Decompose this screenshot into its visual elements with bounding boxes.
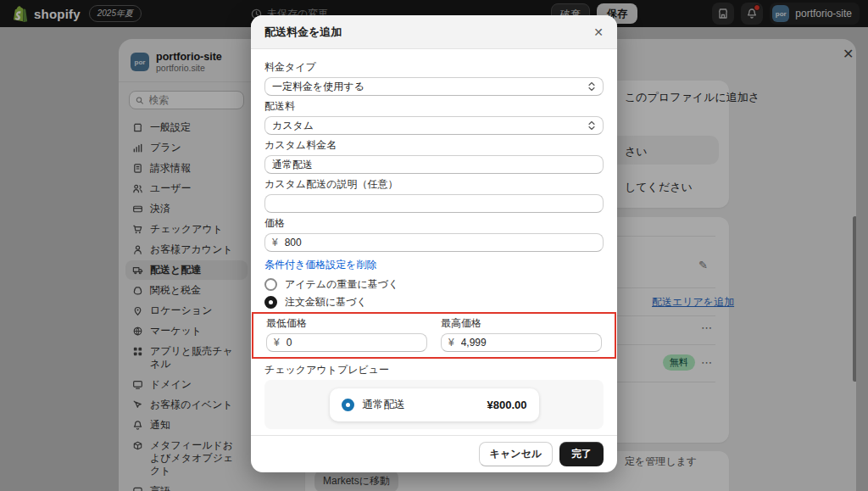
currency-prefix: ¥	[274, 337, 280, 349]
min-price-input[interactable]	[287, 337, 420, 349]
remove-conditional-pricing-link[interactable]: 条件付き価格設定を削除	[264, 259, 377, 271]
max-price-input[interactable]	[461, 337, 594, 349]
close-icon[interactable]: ✕	[593, 25, 604, 39]
rate-type-label: 料金タイプ	[264, 61, 604, 74]
custom-desc-input[interactable]	[272, 198, 596, 209]
shipping-rate-select[interactable]: カスタム	[264, 116, 604, 135]
min-price-label: 最低価格	[266, 317, 427, 330]
price-label: 価格	[264, 217, 604, 230]
currency-prefix: ¥	[448, 337, 454, 349]
custom-desc-label: カスタム配送の説明（任意）	[264, 178, 604, 191]
select-updown-icon	[587, 81, 596, 92]
done-button[interactable]: 完了	[559, 442, 604, 466]
custom-name-input[interactable]	[272, 159, 596, 170]
rate-type-select[interactable]: 一定料金を使用する	[264, 77, 604, 96]
checkout-preview-label: チェックアウトプレビュー	[264, 364, 604, 377]
max-price-label: 最高価格	[441, 317, 602, 330]
modal-footer: キャンセル 完了	[251, 435, 617, 472]
modal-header: 配送料金を追加 ✕	[251, 15, 617, 49]
price-input[interactable]	[285, 237, 596, 248]
modal-body: 料金タイプ 一定料金を使用する 配送料 カスタム カスタム料金名 カスタム配送の…	[251, 49, 617, 435]
custom-name-label: カスタム料金名	[264, 139, 604, 152]
radio-selected-icon	[264, 296, 277, 309]
preview-option-name: 通常配送	[363, 398, 479, 412]
preview-option-amount: ¥800.00	[487, 399, 527, 411]
preview-shipping-option: 通常配送 ¥800.00	[330, 388, 539, 421]
add-shipping-rate-modal: 配送料金を追加 ✕ 料金タイプ 一定料金を使用する 配送料 カスタム カスタム料…	[251, 15, 617, 472]
checkout-preview: 通常配送 ¥800.00	[264, 380, 604, 429]
select-updown-icon	[587, 120, 596, 131]
weight-based-radio[interactable]: アイテムの重量に基づく	[264, 276, 604, 292]
conditional-price-range-highlight: 最低価格 ¥ 最高価格 ¥	[252, 312, 616, 359]
radio-selected-blue-icon	[342, 399, 354, 411]
modal-title: 配送料金を追加	[264, 25, 342, 40]
cancel-button[interactable]: キャンセル	[479, 442, 553, 466]
radio-unselected-icon	[264, 278, 277, 291]
currency-prefix: ¥	[272, 237, 278, 248]
order-price-based-radio[interactable]: 注文金額に基づく	[264, 294, 604, 310]
shipping-rate-label: 配送料	[264, 100, 604, 113]
